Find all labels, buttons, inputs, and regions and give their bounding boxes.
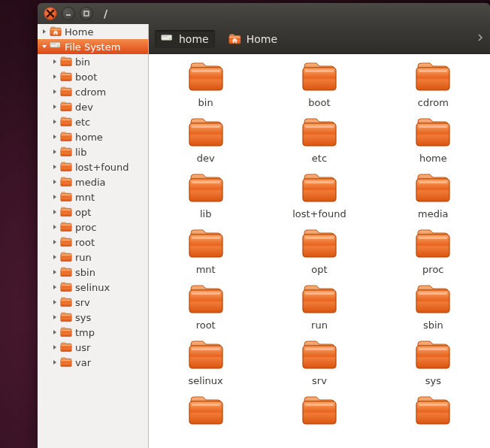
folder-item-home[interactable]: home — [377, 117, 490, 164]
tree-expander-icon[interactable] — [51, 133, 59, 141]
tree-expander-icon[interactable] — [51, 268, 59, 276]
sidebar-item-sys[interactable]: sys — [38, 310, 148, 325]
folder-item-srv[interactable]: srv — [262, 340, 376, 386]
sidebar-item-run[interactable]: run — [38, 250, 148, 265]
tree-expander-icon[interactable] — [51, 313, 59, 321]
sidebar-place-file-system[interactable]: File System — [38, 39, 148, 54]
folder-label: srv — [312, 375, 327, 386]
tree-expander-icon[interactable] — [51, 359, 59, 366]
sidebar-item-mnt[interactable]: mnt — [38, 189, 148, 204]
tree-label: home — [75, 132, 103, 143]
tree-expander-icon[interactable] — [51, 118, 59, 126]
folder-item-selinux[interactable]: selinux — [149, 340, 262, 386]
folder-item-media[interactable]: media — [377, 173, 490, 219]
sidebar-item-cdrom[interactable]: cdrom — [38, 84, 148, 99]
tree-expander-icon[interactable] — [51, 178, 59, 186]
folder-label: bin — [198, 97, 213, 108]
pathbar: homeHome — [149, 24, 490, 54]
pathbar-overflow-icon[interactable] — [476, 32, 484, 45]
folder-icon — [60, 71, 72, 82]
window-close-button[interactable] — [44, 7, 57, 20]
folder-icon — [60, 132, 72, 142]
icon-grid[interactable]: binbootcdromdevetchomeliblost+foundmedia… — [149, 54, 490, 448]
folder-icon — [60, 192, 72, 202]
sidebar-item-media[interactable]: media — [38, 174, 148, 189]
tree-expander-icon[interactable] — [51, 223, 59, 231]
folder-item-partial[interactable] — [262, 395, 376, 428]
tree-expander-icon[interactable] — [51, 238, 59, 246]
folder-icon — [188, 173, 224, 205]
folder-item-lib[interactable]: lib — [149, 173, 262, 219]
folder-icon — [415, 117, 451, 150]
sidebar-item-home[interactable]: home — [38, 129, 148, 144]
sidebar-item-opt[interactable]: opt — [38, 204, 148, 219]
folder-item-cdrom[interactable]: cdrom — [377, 62, 490, 108]
sidebar-item-root[interactable]: root — [38, 235, 148, 250]
sidebar-item-var[interactable]: var — [38, 355, 148, 370]
folder-item-run[interactable]: run — [262, 284, 376, 331]
tree-expander-icon[interactable] — [41, 43, 48, 50]
tree-expander-icon[interactable] — [51, 208, 59, 216]
tree-expander-icon[interactable] — [51, 103, 59, 110]
tree-expander-icon[interactable] — [51, 88, 59, 95]
sidebar-item-boot[interactable]: boot — [38, 69, 148, 84]
folder-item-mnt[interactable]: mnt — [149, 229, 262, 275]
folder-label: boot — [308, 97, 330, 108]
folder-icon — [60, 117, 72, 127]
folder-icon — [60, 101, 72, 112]
sidebar-item-tmp[interactable]: tmp — [38, 325, 148, 340]
tree-expander-icon[interactable] — [51, 163, 59, 171]
sidebar-item-lostplusfound[interactable]: lost+found — [38, 159, 148, 174]
tree-expander-icon[interactable] — [51, 328, 59, 336]
window-maximize-button[interactable] — [80, 7, 93, 20]
folder-icon — [188, 229, 224, 261]
sidebar-item-lib[interactable]: lib — [38, 144, 148, 159]
sidebar-item-srv[interactable]: srv — [38, 295, 148, 310]
folder-item-bin[interactable]: bin — [149, 62, 262, 108]
tree-expander-icon[interactable] — [51, 253, 59, 261]
tree-expander-icon[interactable] — [41, 28, 48, 35]
folder-item-lostplusfound[interactable]: lost+found — [262, 173, 376, 219]
folder-item-boot[interactable]: boot — [262, 62, 376, 108]
home-folder-icon — [228, 34, 242, 44]
sidebar-item-bin[interactable]: bin — [38, 54, 148, 69]
sidebar-tree[interactable]: HomeFile Systembinbootcdromdevetchomelib… — [38, 24, 149, 448]
folder-icon — [301, 284, 337, 316]
folder-label: run — [311, 319, 328, 331]
sidebar-item-proc[interactable]: proc — [38, 219, 148, 235]
folder-item-root[interactable]: root — [149, 284, 262, 331]
home-folder-icon — [50, 26, 62, 37]
titlebar[interactable]: / — [38, 3, 490, 24]
folder-icon — [415, 395, 451, 428]
folder-item-partial[interactable] — [149, 395, 262, 428]
folder-item-sbin[interactable]: sbin — [377, 284, 490, 331]
sidebar-place-home[interactable]: Home — [38, 24, 148, 39]
folder-label: sys — [425, 375, 441, 386]
folder-icon — [415, 229, 451, 261]
folder-item-dev[interactable]: dev — [149, 117, 262, 164]
sidebar-item-selinux[interactable]: selinux — [38, 280, 148, 295]
sidebar-item-sbin[interactable]: sbin — [38, 265, 148, 280]
tree-expander-icon[interactable] — [51, 148, 59, 156]
tree-expander-icon[interactable] — [51, 193, 59, 201]
folder-icon — [301, 117, 337, 150]
breadcrumb-home[interactable]: Home — [222, 30, 283, 48]
sidebar-item-dev[interactable]: dev — [38, 99, 148, 114]
breadcrumb-home[interactable]: home — [155, 30, 215, 48]
sidebar-item-usr[interactable]: usr — [38, 340, 148, 355]
folder-item-proc[interactable]: proc — [377, 229, 490, 275]
folder-icon — [60, 237, 72, 247]
sidebar-item-etc[interactable]: etc — [38, 114, 148, 129]
tree-label: lib — [75, 147, 86, 158]
folder-item-etc[interactable]: etc — [262, 117, 376, 164]
window-minimize-button[interactable] — [62, 7, 75, 20]
tree-expander-icon[interactable] — [51, 298, 59, 306]
folder-item-partial[interactable] — [377, 395, 490, 428]
tree-expander-icon[interactable] — [51, 283, 59, 291]
tree-label: proc — [75, 222, 96, 233]
tree-expander-icon[interactable] — [51, 73, 59, 80]
tree-expander-icon[interactable] — [51, 344, 59, 351]
folder-item-sys[interactable]: sys — [377, 340, 490, 386]
tree-expander-icon[interactable] — [51, 58, 59, 65]
folder-item-opt[interactable]: opt — [262, 229, 376, 275]
